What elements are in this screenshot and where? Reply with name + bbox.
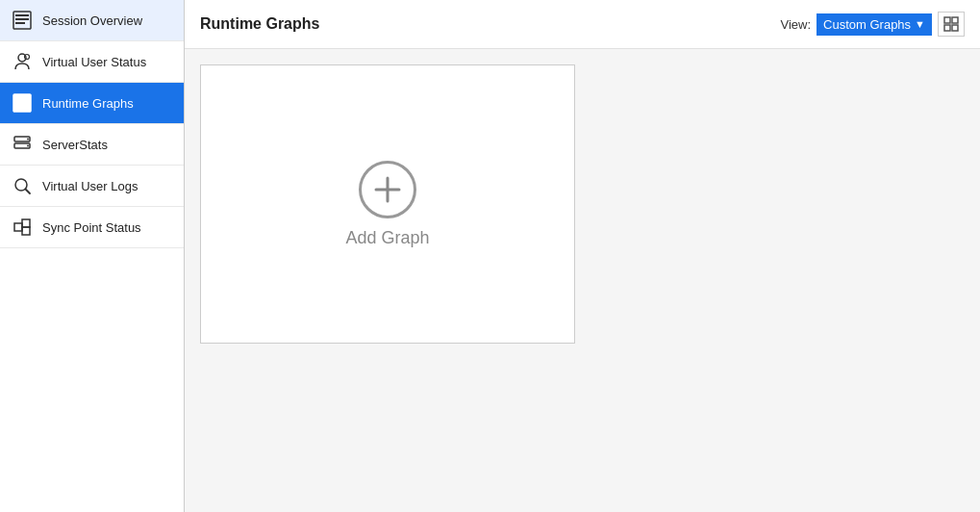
runtime-graphs-icon bbox=[12, 92, 33, 114]
sidebar-item-label: ServerStats bbox=[42, 138, 172, 152]
sidebar-item-runtime-graphs[interactable]: Runtime Graphs bbox=[0, 83, 184, 124]
svg-point-9 bbox=[27, 139, 29, 141]
sidebar-item-label: Sync Point Status bbox=[42, 220, 172, 235]
session-overview-icon bbox=[12, 10, 33, 31]
sync-point-status-icon bbox=[12, 217, 33, 238]
main-header: Runtime Graphs View: Custom Graphs ▼ bbox=[185, 0, 980, 49]
add-graph-icon bbox=[359, 161, 416, 218]
add-graph-label: Add Graph bbox=[345, 228, 429, 248]
main-body: Add Graph bbox=[185, 49, 980, 512]
svg-rect-2 bbox=[15, 18, 29, 20]
view-label: View: bbox=[781, 17, 812, 32]
svg-rect-13 bbox=[14, 223, 22, 231]
add-graph-placeholder[interactable]: Add Graph bbox=[200, 64, 575, 344]
svg-rect-19 bbox=[952, 25, 958, 31]
sidebar-item-label: Virtual User Logs bbox=[42, 179, 172, 193]
sidebar-item-session-overview[interactable]: Session Overview bbox=[0, 0, 184, 41]
sidebar-item-label: Runtime Graphs bbox=[42, 96, 172, 111]
sidebar: Session Overview Virtual User Status Run… bbox=[0, 0, 185, 512]
sidebar-item-virtual-user-status[interactable]: Virtual User Status bbox=[0, 41, 184, 83]
svg-rect-3 bbox=[15, 22, 25, 24]
dropdown-arrow-icon[interactable]: ▼ bbox=[915, 18, 925, 30]
page-title: Runtime Graphs bbox=[200, 15, 319, 33]
sidebar-item-label: Session Overview bbox=[42, 13, 172, 28]
sidebar-item-label: Virtual User Status bbox=[42, 55, 172, 69]
svg-line-12 bbox=[26, 190, 31, 194]
view-select-value: Custom Graphs bbox=[823, 17, 911, 32]
main-content: Runtime Graphs View: Custom Graphs ▼ bbox=[185, 0, 980, 512]
tile-view-button[interactable] bbox=[938, 12, 965, 37]
virtual-user-logs-icon bbox=[12, 175, 33, 196]
view-select-wrapper[interactable]: Custom Graphs ▼ bbox=[817, 13, 932, 36]
svg-rect-14 bbox=[22, 219, 30, 227]
svg-rect-1 bbox=[15, 14, 29, 16]
svg-rect-17 bbox=[952, 17, 958, 23]
server-stats-icon bbox=[12, 134, 33, 155]
view-controls: View: Custom Graphs ▼ bbox=[781, 12, 966, 37]
virtual-user-status-icon bbox=[12, 51, 33, 72]
svg-rect-18 bbox=[944, 25, 950, 31]
svg-point-10 bbox=[27, 145, 29, 147]
svg-rect-15 bbox=[22, 227, 30, 235]
sidebar-item-server-stats[interactable]: ServerStats bbox=[0, 124, 184, 166]
sidebar-item-virtual-user-logs[interactable]: Virtual User Logs bbox=[0, 166, 184, 207]
svg-rect-16 bbox=[944, 17, 950, 23]
sidebar-item-sync-point-status[interactable]: Sync Point Status bbox=[0, 207, 184, 248]
